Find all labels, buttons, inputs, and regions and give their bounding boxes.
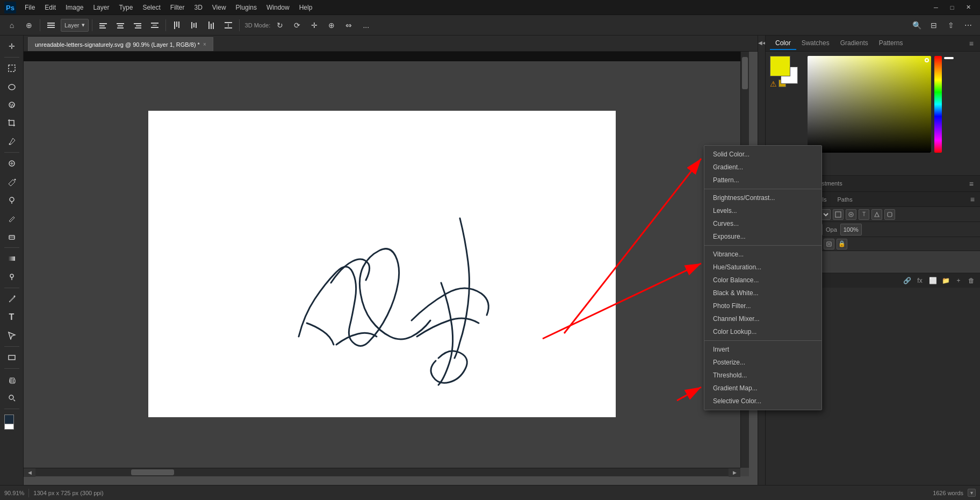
- ctx-gradient-map[interactable]: Gradient Map...: [704, 382, 822, 395]
- marquee-tool[interactable]: [3, 60, 20, 77]
- tab-swatches[interactable]: Swatches: [796, 37, 835, 50]
- menu-image[interactable]: Image: [61, 3, 88, 12]
- move-tool[interactable]: ✛: [3, 38, 20, 55]
- maximize-button[interactable]: □: [945, 0, 960, 15]
- ctx-photo-filter[interactable]: Photo Filter...: [704, 299, 822, 312]
- ctx-color-balance[interactable]: Color Balance...: [704, 274, 822, 287]
- 3d-roll-button[interactable]: ⟳: [290, 18, 305, 33]
- gradient-tool[interactable]: [3, 250, 20, 267]
- tab-gradients[interactable]: Gradients: [835, 37, 874, 50]
- ctx-vibrance[interactable]: Vibrance...: [704, 248, 822, 261]
- workspace-button[interactable]: ⊟: [926, 18, 941, 33]
- ctx-curves[interactable]: Curves...: [704, 217, 822, 230]
- 3d-pan-button[interactable]: ✛: [307, 18, 322, 33]
- menu-window[interactable]: Window: [262, 3, 294, 12]
- ctx-gradient[interactable]: Gradient...: [704, 161, 822, 174]
- opacity-input[interactable]: [840, 224, 862, 235]
- dodge-tool[interactable]: [3, 268, 20, 285]
- foreground-color-swatch[interactable]: [4, 415, 14, 424]
- canvas-document[interactable]: [148, 111, 616, 417]
- zoom-tool[interactable]: [3, 389, 20, 406]
- home-button[interactable]: ⌂: [4, 18, 19, 33]
- menu-3d[interactable]: 3D: [190, 3, 206, 12]
- tab-patterns[interactable]: Patterns: [874, 37, 909, 50]
- document-tab[interactable]: unreadable-letters-signaturely.svg @ 90.…: [28, 37, 213, 51]
- menu-filter[interactable]: Filter: [166, 3, 189, 12]
- align-center-h-button[interactable]: [113, 18, 128, 33]
- ctx-levels[interactable]: Levels...: [704, 204, 822, 217]
- eraser-tool[interactable]: [3, 228, 20, 245]
- ctx-channel-mixer[interactable]: Channel Mixer...: [704, 312, 822, 325]
- menu-type[interactable]: Type: [114, 3, 137, 12]
- align-left-button[interactable]: [96, 18, 111, 33]
- properties-menu-button[interactable]: ≡: [967, 178, 976, 189]
- menu-select[interactable]: Select: [138, 3, 164, 12]
- filter-shape-btn[interactable]: [871, 209, 882, 220]
- layer-mode-dropdown[interactable]: Layer ▾: [61, 19, 89, 32]
- share-button[interactable]: ⇧: [943, 18, 959, 33]
- distribute-v-button[interactable]: [221, 18, 236, 33]
- tab-paths[interactable]: Paths: [833, 195, 857, 204]
- menu-plugins[interactable]: Plugins: [232, 3, 261, 12]
- filter-type-btn[interactable]: T: [859, 209, 869, 220]
- distribute-h-button[interactable]: [147, 18, 162, 33]
- move-tool-auto[interactable]: ⊕: [21, 18, 37, 33]
- ctx-color-lookup[interactable]: Color Lookup...: [704, 325, 822, 338]
- lock-all-btn[interactable]: 🔒: [837, 239, 847, 249]
- healing-brush-tool[interactable]: [3, 155, 20, 172]
- text-tool[interactable]: T: [3, 309, 20, 326]
- add-style-button[interactable]: fx: [914, 275, 925, 286]
- quick-select-tool[interactable]: W: [3, 96, 20, 113]
- menu-edit[interactable]: Edit: [40, 3, 60, 12]
- ctx-pattern[interactable]: Pattern...: [704, 174, 822, 187]
- layers-icon-btn[interactable]: [44, 18, 59, 33]
- panel-more-button[interactable]: ⋯: [961, 18, 976, 33]
- ctx-solid-color[interactable]: Solid Color...: [704, 148, 822, 161]
- menu-file[interactable]: File: [20, 3, 39, 12]
- menu-layer[interactable]: Layer: [89, 3, 113, 12]
- history-brush-tool[interactable]: [3, 210, 20, 227]
- color-panel-menu-button[interactable]: ≡: [967, 38, 976, 49]
- vertical-scrollbar-thumb[interactable]: [742, 57, 748, 89]
- filter-smart-btn[interactable]: [884, 209, 895, 220]
- ctx-hue-saturation[interactable]: Hue/Saturation...: [704, 261, 822, 274]
- ctx-black-white[interactable]: Black & White...: [704, 287, 822, 299]
- lock-artboard-btn[interactable]: [824, 239, 834, 249]
- 3d-slide-button[interactable]: ⊕: [324, 18, 339, 33]
- close-button[interactable]: ✕: [961, 0, 976, 15]
- word-count-dropdown[interactable]: ▾: [968, 489, 976, 497]
- link-layers-button[interactable]: 🔗: [902, 275, 912, 286]
- new-layer-button[interactable]: +: [953, 275, 964, 286]
- hue-strip[interactable]: [934, 56, 942, 153]
- delete-layer-button[interactable]: 🗑: [966, 275, 977, 286]
- align-bottom-button[interactable]: [204, 18, 219, 33]
- lasso-tool[interactable]: [3, 78, 20, 95]
- more-options-button[interactable]: ...: [358, 18, 373, 33]
- menu-view[interactable]: View: [208, 3, 230, 12]
- align-right-button[interactable]: [130, 18, 145, 33]
- ctx-selective-color[interactable]: Selective Color...: [704, 395, 822, 408]
- horizontal-scrollbar-thumb[interactable]: [131, 469, 174, 475]
- ctx-posterize[interactable]: Posterize...: [704, 356, 822, 369]
- crop-tool[interactable]: [3, 115, 20, 132]
- pen-tool[interactable]: [3, 290, 20, 308]
- tab-color[interactable]: Color: [770, 37, 796, 50]
- layers-panel-menu-button[interactable]: ≡: [968, 194, 977, 205]
- ctx-invert[interactable]: Invert: [704, 343, 822, 356]
- ctx-exposure[interactable]: Exposure...: [704, 230, 822, 243]
- hand-tool[interactable]: [3, 371, 20, 388]
- color-spectrum[interactable]: [808, 56, 931, 153]
- ctx-brightness-contrast[interactable]: Brightness/Contrast...: [704, 191, 822, 204]
- minimize-button[interactable]: ─: [928, 0, 943, 15]
- brush-tool[interactable]: [3, 173, 20, 190]
- rectangle-tool[interactable]: [3, 349, 20, 366]
- eyedropper-tool[interactable]: [3, 133, 20, 150]
- foreground-color-picker[interactable]: [770, 56, 790, 76]
- clone-stamp-tool[interactable]: [3, 191, 20, 209]
- 3d-rotate-button[interactable]: ↻: [272, 18, 287, 33]
- scroll-right-button[interactable]: ▶: [729, 468, 740, 477]
- 3d-scale-button[interactable]: ⇔: [341, 18, 356, 33]
- align-top-button[interactable]: [169, 18, 184, 33]
- menu-help[interactable]: Help: [295, 3, 317, 12]
- add-mask-button[interactable]: ⬜: [927, 275, 938, 286]
